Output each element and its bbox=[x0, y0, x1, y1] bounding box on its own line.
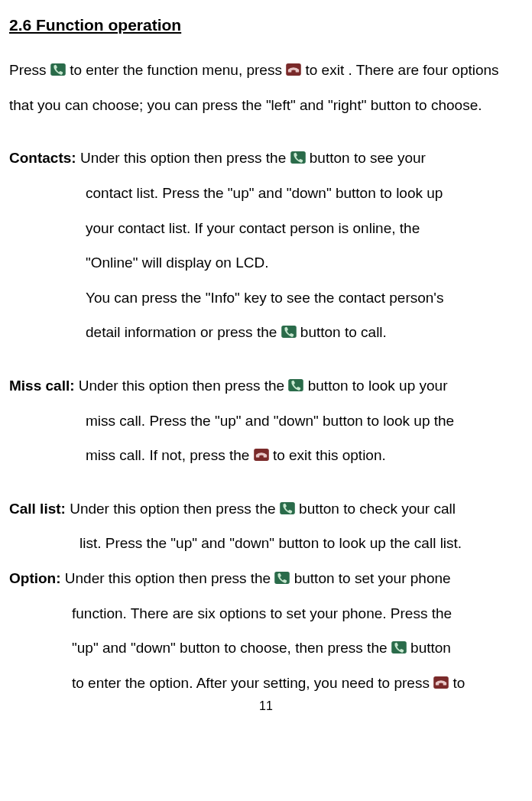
text: "up" and "down" button to choose, then p… bbox=[72, 640, 391, 656]
phone-dial-icon bbox=[288, 379, 303, 391]
text: You can press the "Info" key to see the … bbox=[9, 281, 523, 316]
phone-hangup-icon bbox=[254, 449, 269, 461]
text: function. There are six options to set y… bbox=[9, 596, 523, 631]
contacts-entry: Contacts: Under this option then press t… bbox=[9, 141, 523, 350]
phone-hangup-icon bbox=[433, 676, 449, 689]
text: Under this option then press the bbox=[66, 501, 280, 517]
text: miss call. If not, press the to exit thi… bbox=[9, 438, 523, 473]
text: list. Press the "up" and "down" button t… bbox=[9, 526, 523, 561]
calllist-entry: Call list: Under this option then press … bbox=[9, 491, 523, 561]
text: "Online" will display on LCD. bbox=[9, 245, 523, 281]
text: Under this option then press the bbox=[76, 150, 290, 166]
text: button to see your bbox=[306, 150, 426, 166]
text: miss call. Press the "up" and "down" but… bbox=[9, 404, 523, 439]
phone-dial-icon bbox=[281, 326, 297, 338]
text: miss call. If not, press the bbox=[86, 447, 254, 463]
option-entry: Option: Under this option then press the… bbox=[9, 561, 523, 700]
text: to enter the option. After your setting,… bbox=[9, 666, 523, 701]
phone-hangup-icon bbox=[286, 63, 301, 76]
section-heading: 2.6 Function operation bbox=[9, 15, 523, 34]
text: button bbox=[407, 640, 451, 656]
text: button to check your call bbox=[295, 501, 456, 517]
text: to bbox=[449, 675, 465, 691]
contacts-label: Contacts: bbox=[9, 150, 76, 166]
text: button to set your phone bbox=[290, 570, 450, 586]
text: Press bbox=[9, 62, 50, 78]
phone-dial-icon bbox=[280, 502, 295, 514]
phone-dial-icon bbox=[274, 572, 290, 584]
misscall-label: Miss call: bbox=[9, 378, 75, 394]
text: your contact list. If your contact perso… bbox=[9, 211, 523, 246]
option-label: Option: bbox=[9, 570, 61, 586]
text: button to call. bbox=[297, 324, 387, 340]
page-number: 11 bbox=[9, 700, 523, 712]
calllist-label: Call list: bbox=[9, 501, 66, 517]
phone-dial-icon bbox=[290, 151, 306, 164]
text: detail information or press the bbox=[86, 324, 281, 340]
phone-dial-icon bbox=[50, 63, 66, 76]
text: to exit this option. bbox=[269, 447, 386, 463]
phone-dial-icon bbox=[391, 641, 407, 653]
text: detail information or press the button t… bbox=[9, 315, 523, 350]
misscall-entry: Miss call: Under this option then press … bbox=[9, 368, 523, 473]
text: Under this option then press the bbox=[75, 378, 289, 394]
text: button to look up your bbox=[303, 378, 447, 394]
intro-paragraph: Press to enter the function menu, press … bbox=[9, 53, 523, 122]
text: to enter the function menu, press bbox=[66, 62, 286, 78]
text: Under this option then press the bbox=[61, 570, 275, 586]
text: contact list. Press the "up" and "down" … bbox=[9, 176, 523, 211]
text: "up" and "down" button to choose, then p… bbox=[9, 631, 523, 666]
text: to enter the option. After your setting,… bbox=[72, 675, 433, 691]
